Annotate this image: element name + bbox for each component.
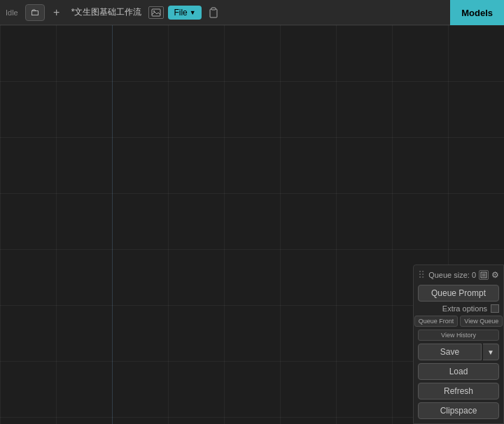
status-text: Idle	[6, 8, 18, 17]
settings-icon[interactable]: ⚙	[491, 270, 499, 280]
plus-icon: +	[53, 6, 59, 19]
clipspace-button[interactable]: Clipspace	[418, 402, 499, 419]
save-dropdown-button[interactable]: ▼	[483, 344, 499, 360]
extra-options-row: Extra options	[418, 304, 499, 313]
refresh-button[interactable]: Refresh	[418, 383, 499, 400]
file-button[interactable]: File ▼	[168, 6, 201, 20]
load-button[interactable]: Load	[418, 363, 499, 380]
workflow-title: *文生图基础工作流	[71, 6, 142, 18]
queue-prompt-button[interactable]: Queue Prompt	[418, 285, 499, 302]
sub-buttons-row: Queue Front View Queue	[418, 316, 499, 327]
svg-rect-3	[211, 8, 216, 10]
add-button[interactable]: +	[49, 5, 64, 20]
extra-options-checkbox[interactable]	[491, 304, 499, 313]
save-arrow-icon: ▼	[487, 348, 494, 356]
folder-button[interactable]: 🗀	[25, 4, 45, 21]
svg-rect-2	[210, 9, 217, 17]
queue-size-toggle[interactable]	[479, 270, 489, 280]
file-label: File	[174, 8, 187, 17]
queue-size-label: Queue size: 0	[428, 271, 476, 279]
view-queue-button[interactable]: View Queue	[460, 316, 503, 327]
svg-rect-5	[482, 274, 486, 277]
clipboard-button[interactable]	[206, 5, 221, 20]
queue-header: ⠿ Queue size: 0 ⚙	[418, 269, 499, 281]
view-history-button[interactable]: View History	[418, 330, 499, 341]
folder-icon: 🗀	[30, 7, 39, 17]
image-icon[interactable]	[148, 6, 164, 19]
save-button[interactable]: Save	[418, 344, 482, 360]
main-toolbar: Idle 🗀 + *文生图基础工作流 File ▼ Models	[0, 0, 504, 25]
drag-handle-icon[interactable]: ⠿	[418, 269, 425, 281]
extra-options-label: Extra options	[442, 304, 487, 313]
svg-rect-0	[152, 9, 160, 16]
file-chevron-icon: ▼	[190, 9, 196, 16]
save-row: Save ▼	[418, 344, 499, 360]
right-panel: ⠿ Queue size: 0 ⚙ Queue Prompt Extra opt…	[413, 264, 504, 424]
models-button[interactable]: Models	[450, 0, 504, 25]
queue-front-button[interactable]: Queue Front	[414, 316, 458, 327]
